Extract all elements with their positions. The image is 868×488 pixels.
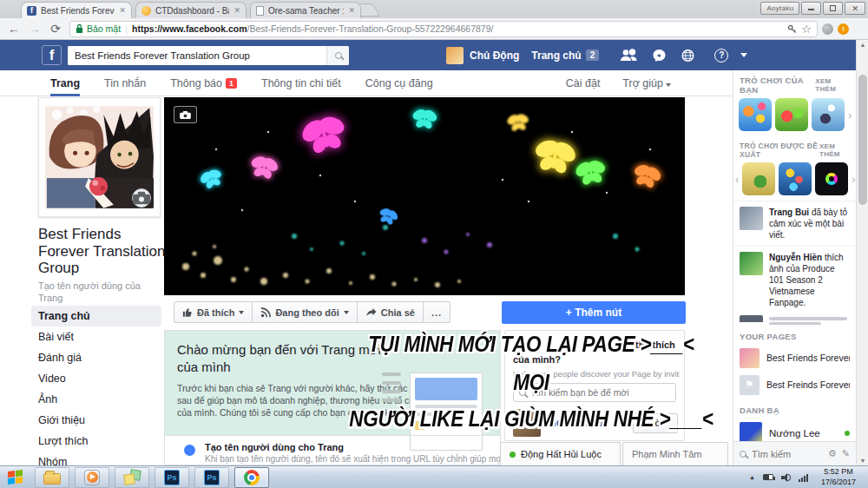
minimize-button[interactable] bbox=[801, 2, 821, 15]
close-button[interactable]: ✕ bbox=[845, 2, 865, 15]
maximize-button[interactable] bbox=[823, 2, 843, 15]
tab-notifications[interactable]: Thông báo 1 bbox=[170, 70, 237, 96]
prev-arrow-icon[interactable]: ‹ bbox=[735, 173, 739, 186]
scroll-up-icon[interactable]: ▲ bbox=[857, 42, 868, 48]
facebook-search[interactable] bbox=[68, 46, 349, 65]
add-button[interactable]: + Thêm nút bbox=[502, 301, 686, 324]
following-button[interactable]: Đang theo dõi bbox=[253, 301, 357, 323]
liked-button[interactable]: Đã thích bbox=[174, 301, 253, 323]
tab-close-icon[interactable]: ✕ bbox=[233, 6, 240, 15]
tab-close-icon[interactable]: ✕ bbox=[119, 6, 126, 15]
browser-tab-ctddashboard[interactable]: CTDdashboard - Bảng đi ✕ bbox=[135, 2, 247, 18]
taskbar-photoshop-button-2[interactable]: Ps bbox=[194, 467, 229, 488]
taskbar-explorer-button[interactable] bbox=[35, 467, 69, 488]
sidebar-item-photos[interactable]: Ảnh bbox=[31, 389, 161, 410]
extension-alert-icon[interactable]: ! bbox=[838, 23, 849, 35]
sidebar-item-about[interactable]: Giới thiệu bbox=[31, 410, 161, 431]
scrollbar-thumb[interactable] bbox=[858, 75, 867, 205]
create-username-link[interactable]: Tạo tên người dùng của Trang bbox=[38, 280, 160, 305]
change-cover-button[interactable] bbox=[174, 106, 197, 123]
friend-name[interactable]: Trang Bui bbox=[769, 208, 809, 217]
tab-messages[interactable]: Tin nhắn bbox=[104, 70, 146, 96]
ticker-item[interactable]: Nguyễn Hiền thích ảnh của Produce 101 Se… bbox=[733, 246, 856, 313]
new-message-icon[interactable]: ✎ bbox=[842, 448, 850, 459]
search-input[interactable] bbox=[68, 46, 326, 65]
taskbar-sticky-notes-button[interactable] bbox=[115, 467, 149, 488]
chrome-profile-button[interactable]: Aoytaku bbox=[760, 2, 799, 15]
create-username-section[interactable]: Tạo tên người dùng cho Trang Khi bạn tạo… bbox=[165, 435, 500, 465]
see-more-link[interactable]: XEM THÊM bbox=[815, 77, 850, 93]
settings-link[interactable]: Cài đặt bbox=[566, 77, 601, 89]
help-menu-link[interactable]: Trợ giúp bbox=[622, 77, 671, 89]
friend-requests-icon[interactable] bbox=[620, 49, 638, 62]
media-player-icon bbox=[84, 470, 100, 485]
network-signal-icon[interactable] bbox=[799, 473, 808, 482]
address-bar[interactable]: Bảo mật | https://www.facebook.com/Best-… bbox=[69, 21, 818, 37]
taskbar-chrome-button[interactable] bbox=[234, 467, 269, 488]
bubble-shooter-game-icon[interactable] bbox=[779, 162, 812, 195]
right-sidebar: TRÒ CHƠI CỦA BẠNXEM THÊM › TRÒ CHƠI ĐƯỢC… bbox=[733, 70, 856, 465]
browser-tab-oresama[interactable]: Ore-sama Teacher :: Cổn ✕ bbox=[250, 2, 361, 18]
search-button[interactable] bbox=[326, 46, 349, 65]
more-actions-button[interactable]: ... bbox=[424, 301, 450, 323]
crocodile-game-icon[interactable] bbox=[742, 162, 775, 195]
cover-photo[interactable] bbox=[164, 97, 685, 295]
page-profile-picture[interactable] bbox=[38, 97, 161, 217]
contacts-search-input[interactable] bbox=[752, 449, 823, 459]
key-icon[interactable] bbox=[787, 24, 797, 34]
messenger-icon[interactable] bbox=[652, 49, 667, 63]
tab-close-icon[interactable]: ✕ bbox=[348, 6, 355, 15]
chat-tab-label: Phạm Minh Tâm bbox=[632, 449, 702, 459]
your-page-item[interactable]: Best Friends Forever Tran... bbox=[733, 345, 856, 372]
hidden-icons-arrow-icon[interactable]: ▲ bbox=[749, 474, 755, 480]
contacts-search-bar[interactable]: ⚙ ✎ bbox=[733, 441, 856, 465]
ticker-item[interactable]: Trang Bui đã bày tỏ cảm xúc về một bài v… bbox=[733, 201, 856, 246]
tab-page[interactable]: Trang bbox=[50, 70, 80, 96]
back-icon[interactable]: ← bbox=[3, 22, 24, 36]
photoshop-icon: Ps bbox=[164, 470, 180, 485]
notifications-globe-icon[interactable] bbox=[681, 49, 695, 63]
change-profile-picture-button[interactable] bbox=[132, 188, 151, 208]
refresh-icon[interactable]: ⟳ bbox=[45, 22, 66, 36]
battery-icon[interactable] bbox=[763, 474, 773, 480]
sidebar-item-posts[interactable]: Bài viết bbox=[31, 326, 161, 347]
start-button[interactable] bbox=[0, 466, 30, 488]
friend-name[interactable]: Nguyễn Hiền bbox=[769, 253, 822, 262]
gear-icon[interactable]: ⚙ bbox=[828, 448, 837, 459]
facebook-logo[interactable]: f bbox=[42, 45, 62, 65]
sidebar-item-videos[interactable]: Video bbox=[31, 368, 161, 389]
tab-publishing-tools[interactable]: Công cụ đăng bbox=[365, 70, 433, 96]
user-avatar[interactable] bbox=[446, 47, 464, 64]
share-button[interactable]: Chia sẻ bbox=[358, 301, 424, 323]
taskbar-media-player-button[interactable] bbox=[75, 467, 109, 488]
taskbar-photoshop-button[interactable]: Ps bbox=[155, 467, 189, 488]
sidebar-item-reviews[interactable]: Đánh giá bbox=[31, 347, 161, 368]
farm-heroes-game-icon[interactable] bbox=[775, 98, 808, 131]
next-arrow-icon[interactable]: › bbox=[848, 109, 852, 122]
chat-tab-pham-minh-tam[interactable]: Phạm Minh Tâm bbox=[622, 442, 728, 465]
bubble-witch-game-icon[interactable] bbox=[812, 98, 845, 131]
bookmark-star-icon[interactable]: ☆ bbox=[801, 23, 812, 36]
help-icon[interactable]: ? bbox=[714, 49, 728, 63]
tab-insights[interactable]: Thông tin chi tiết bbox=[261, 70, 341, 96]
secure-lock-icon[interactable]: Bảo mật bbox=[76, 23, 121, 34]
account-menu-caret-icon[interactable] bbox=[740, 53, 747, 57]
browser-tab-facebook[interactable]: f Best Friends Forever Tra ✕ bbox=[21, 2, 132, 18]
user-name-link[interactable]: Chủ Động bbox=[470, 49, 519, 62]
extension-icon[interactable] bbox=[822, 23, 833, 35]
sidebar-item-home[interactable]: Trang chủ bbox=[31, 306, 161, 326]
sidebar-item-likes[interactable]: Lượt thích bbox=[31, 431, 161, 452]
page-title[interactable]: Best Friends Forever Translation Group bbox=[38, 226, 168, 277]
see-more-link[interactable]: XEM THÊM bbox=[819, 142, 850, 158]
clock[interactable]: 5:52 PM 17/6/2017 bbox=[816, 467, 861, 487]
scroll-down-icon[interactable]: ▼ bbox=[857, 458, 868, 464]
home-link[interactable]: Trang chủ bbox=[531, 49, 581, 62]
fishdom-game-icon[interactable] bbox=[739, 98, 772, 131]
online-status-icon bbox=[845, 431, 850, 436]
chat-tab-dong-hat-hui-luoc[interactable]: Động Hất Hủi Luộc bbox=[500, 442, 621, 465]
speaker-icon[interactable] bbox=[781, 473, 791, 482]
color-switch-game-icon[interactable] bbox=[815, 162, 848, 195]
your-page-item[interactable]: ⚑ Best Freinds Forever Tran... bbox=[733, 372, 856, 399]
page-scrollbar[interactable]: ▲ ▼ bbox=[856, 40, 868, 465]
forward-icon[interactable]: → bbox=[24, 22, 45, 36]
